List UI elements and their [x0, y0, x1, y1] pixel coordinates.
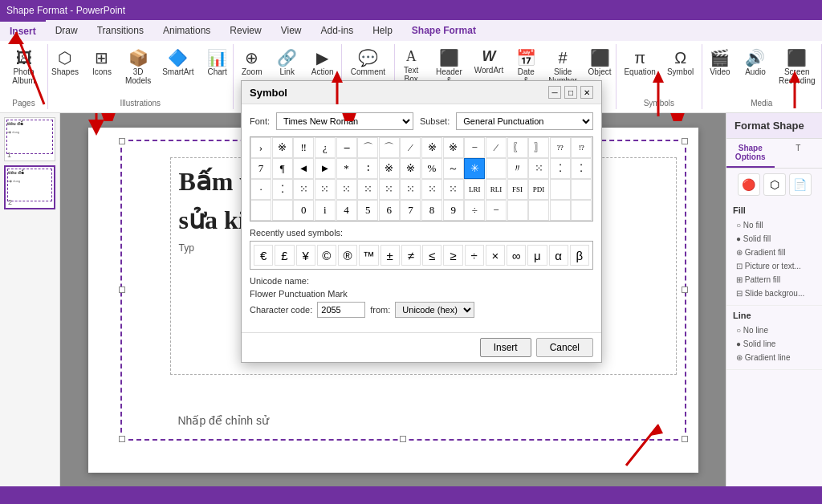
tab-view[interactable]: View	[271, 20, 311, 41]
recent-times[interactable]: ×	[486, 245, 505, 266]
symbol-cell[interactable]: ※	[379, 158, 400, 179]
symbol-cell[interactable]: 〗	[528, 137, 549, 158]
handle-right[interactable]	[682, 287, 688, 293]
symbol-cell[interactable]: ·	[250, 179, 271, 200]
symbol-cell[interactable]	[571, 179, 592, 200]
recent-alpha[interactable]: α	[549, 245, 568, 266]
line-gradient[interactable]: ⊛ Gradient line	[733, 351, 816, 364]
symbol-cell[interactable]: ⁙	[400, 179, 421, 200]
symbol-cell[interactable]	[571, 200, 592, 221]
symbol-cell[interactable]: 〖	[507, 137, 528, 158]
screen-recording-button[interactable]: ⬛ ScreenRecording	[775, 46, 820, 87]
symbol-cell[interactable]: 5	[357, 200, 378, 221]
symbol-cell[interactable]: ⌒	[357, 137, 378, 158]
tab-text-options[interactable]: T	[775, 139, 823, 168]
line-no-line[interactable]: ○ No line	[733, 323, 816, 337]
symbol-cell[interactable]: 9	[443, 200, 464, 221]
recent-registered[interactable]: ®	[338, 245, 357, 266]
format-effects-icon[interactable]: 📄	[789, 173, 812, 196]
symbol-cell[interactable]: ～	[443, 158, 464, 179]
symbol-cell[interactable]: ∕	[400, 137, 421, 158]
symbol-cell[interactable]: 7	[250, 158, 271, 179]
symbol-cell[interactable]: ⌒	[379, 137, 400, 158]
chart-button[interactable]: 📊 Chart	[201, 46, 234, 79]
zoom-button[interactable]: ⊕ Zoom	[236, 46, 268, 79]
insert-button[interactable]: Insert	[480, 338, 531, 357]
symbol-cell[interactable]: *	[336, 158, 357, 179]
symbol-cell[interactable]	[507, 200, 528, 221]
object-button[interactable]: ⬛ Object	[584, 46, 616, 79]
symbol-cell[interactable]: ¶	[272, 158, 293, 179]
recent-copyright[interactable]: ©	[317, 245, 336, 266]
symbol-cell[interactable]: ※	[421, 137, 442, 158]
char-code-input[interactable]	[317, 302, 365, 318]
recent-geq[interactable]: ≥	[443, 245, 462, 266]
symbol-cell[interactable]: ※	[272, 137, 293, 158]
format-shape-icon[interactable]: ⬡	[763, 173, 786, 196]
dialog-close[interactable]: ✕	[580, 86, 593, 99]
equation-button[interactable]: π Equation	[620, 46, 659, 79]
recent-mu[interactable]: μ	[527, 245, 547, 266]
handle-bottom-right[interactable]	[682, 436, 688, 442]
fill-pattern[interactable]: ⊞ Pattern fill	[733, 273, 816, 287]
symbol-button[interactable]: Ω Symbol	[663, 46, 698, 79]
symbol-cell[interactable]: ⁙	[293, 179, 314, 200]
symbol-cell[interactable]	[250, 200, 271, 221]
symbol-cell[interactable]: 4	[336, 200, 357, 221]
fill-no-fill[interactable]: ○ No fill	[733, 218, 816, 232]
comment-button[interactable]: 💬 Comment	[347, 46, 389, 79]
symbol-cell[interactable]: ‼	[293, 137, 314, 158]
handle-bottom-left[interactable]	[119, 436, 125, 442]
fill-gradient[interactable]: ⊛ Gradient fill	[733, 246, 816, 259]
symbol-cell[interactable]: ※	[400, 158, 421, 179]
subset-select[interactable]: General Punctuation	[456, 112, 593, 130]
symbol-cell[interactable]: ¿	[315, 137, 336, 158]
tab-add-ins[interactable]: Add-ins	[311, 20, 363, 41]
symbol-cell[interactable]: RLI	[486, 179, 507, 200]
tab-insert[interactable]: Insert	[0, 20, 46, 41]
recent-notequal[interactable]: ≠	[401, 245, 421, 266]
photo-album-button[interactable]: 🖼 PhotoAlbum	[8, 46, 40, 87]
smartart-button[interactable]: 🔷 SmartArt	[158, 46, 197, 79]
symbol-cell[interactable]: 0	[293, 200, 314, 221]
slide-thumb-2[interactable]: tiêu đề nội dung 2	[4, 165, 55, 209]
symbol-cell[interactable]: −	[464, 137, 485, 158]
tab-animations[interactable]: Animations	[153, 20, 220, 41]
symbol-cell[interactable]	[272, 200, 293, 221]
symbol-cell[interactable]: ⁙	[443, 179, 464, 200]
font-select[interactable]: Times New Roman	[276, 112, 413, 130]
icons-button[interactable]: ⊞ Icons	[86, 46, 118, 79]
symbol-cell[interactable]: ∕	[486, 137, 507, 158]
symbol-cell[interactable]: ‒	[336, 137, 357, 158]
symbol-cell[interactable]: ›	[250, 137, 271, 158]
symbol-cell[interactable]: ※	[443, 137, 464, 158]
symbol-cell[interactable]: ∶	[357, 158, 378, 179]
action-button[interactable]: ▶ Action	[307, 46, 339, 79]
shapes-button[interactable]: ⬡ Shapes	[47, 46, 83, 79]
symbol-cell[interactable]: ⁙	[315, 179, 336, 200]
from-select[interactable]: Unicode (hex)	[395, 302, 474, 318]
dialog-maximize[interactable]: □	[564, 86, 577, 99]
slide-thumb-1[interactable]: tiêu đề nội dung 1	[4, 117, 55, 161]
recent-beta[interactable]: β	[570, 245, 589, 266]
handle-top-right[interactable]	[682, 138, 688, 144]
symbol-cell[interactable]: LRI	[464, 179, 485, 200]
symbol-cell[interactable]: ⁙	[379, 179, 400, 200]
symbol-cell[interactable]: i	[315, 200, 336, 221]
3d-models-button[interactable]: 📦 3DModels	[121, 46, 155, 87]
tab-review[interactable]: Review	[220, 20, 271, 41]
recent-leq[interactable]: ≤	[422, 245, 442, 266]
recent-pound[interactable]: £	[275, 245, 294, 266]
symbol-cell[interactable]: FSI	[507, 179, 528, 200]
wordart-button[interactable]: W WordArt	[471, 46, 507, 77]
symbol-cell[interactable]: ⁙	[357, 179, 378, 200]
recent-plusminus[interactable]: ±	[380, 245, 400, 266]
symbol-cell[interactable]: ⁙	[421, 179, 442, 200]
recent-infinity[interactable]: ∞	[507, 245, 526, 266]
symbol-cell[interactable]	[486, 158, 507, 179]
symbol-cell[interactable]: !?	[571, 137, 592, 158]
symbol-cell[interactable]: ÷	[464, 200, 485, 221]
symbol-cell[interactable]: 6	[379, 200, 400, 221]
line-solid[interactable]: ● Solid line	[733, 337, 816, 351]
symbol-cell[interactable]: 〃	[507, 158, 528, 179]
